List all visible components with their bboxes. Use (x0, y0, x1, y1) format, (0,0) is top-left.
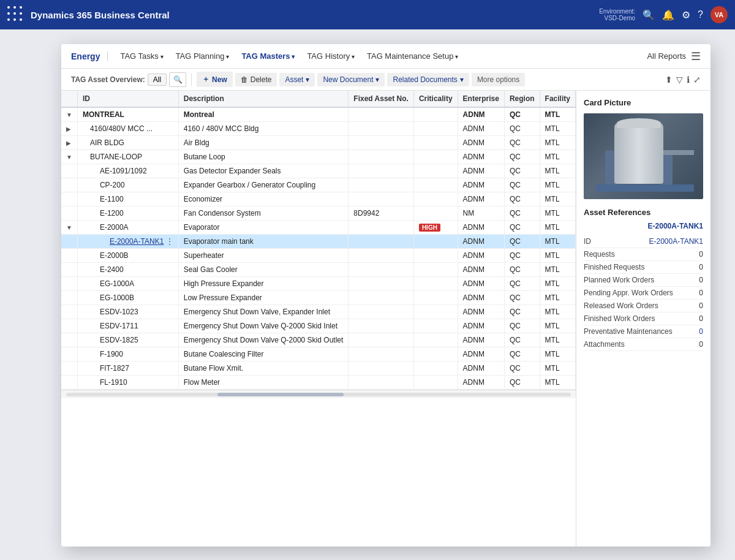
collapse-icon[interactable]: ▼ (66, 112, 72, 118)
nav-all-reports[interactable]: All Reports (647, 51, 686, 61)
user-avatar[interactable]: VA (710, 6, 728, 23)
expand-cell[interactable] (61, 361, 77, 376)
bell-icon[interactable]: 🔔 (662, 9, 674, 21)
table-row[interactable]: E-2400Seal Gas CoolerADNMQCMTL3 (61, 263, 576, 277)
asset-ref-value[interactable]: E-2000A-TANK1 (649, 237, 703, 246)
col-id[interactable]: ID (77, 91, 178, 107)
nav-item-tag-history[interactable]: TAG History (302, 49, 360, 63)
cell-criticality (413, 107, 458, 122)
share-icon[interactable]: ⬆ (665, 75, 673, 85)
expand-cell[interactable] (61, 277, 77, 291)
expand-cell[interactable] (61, 178, 77, 192)
table-row[interactable]: ▼E-2000AEvaporatorHIGHADNMQCMTL4TANK (61, 221, 576, 235)
asset-ref-row[interactable]: IDE-2000A-TANK1 (584, 235, 703, 248)
filter-icon[interactable]: ▽ (676, 75, 683, 85)
cell-description: Evaporator (178, 221, 349, 235)
expand-cell[interactable] (61, 263, 77, 277)
expand-cell[interactable]: ▶ (61, 122, 77, 136)
col-level[interactable]: Level (575, 91, 576, 107)
nav-hamburger-icon[interactable]: ☰ (691, 50, 701, 63)
context-menu-icon[interactable]: ⋮ (166, 237, 173, 246)
table-row[interactable]: ▼BUTANE-LOOPButane LoopADNMQCMTL2 (61, 150, 576, 164)
expand-cell[interactable] (61, 376, 77, 390)
cell-criticality (413, 291, 458, 305)
table-row[interactable]: ESDV-1711Emergency Shut Down Valve Q-200… (61, 319, 576, 333)
table-row[interactable]: EG-1000BLow Pressure ExpanderADNMQCMTL3 (61, 291, 576, 305)
table-row[interactable]: F-1900Butane Coalescing FilterADNMQCMTL3 (61, 347, 576, 361)
expand-cell[interactable] (61, 235, 77, 249)
expand-cell[interactable] (61, 333, 77, 347)
cell-fixed-asset (349, 235, 414, 249)
toolbar-search-button[interactable]: 🔍 (169, 72, 186, 87)
help-icon[interactable]: ? (698, 9, 703, 20)
cell-description: High Pressure Expander (178, 277, 349, 291)
info-icon[interactable]: ℹ (687, 75, 690, 85)
cell-fixed-asset (349, 361, 414, 376)
expand-cell[interactable]: ▼ (61, 150, 77, 164)
filter-dropdown[interactable]: All (148, 74, 167, 86)
cell-description: Superheater (178, 249, 349, 263)
col-description[interactable]: Description (178, 91, 349, 107)
table-row[interactable]: FL-1910Flow MeterADNMQCMTL3 (61, 376, 576, 390)
nav-item-tag-maintenance[interactable]: TAG Maintenance Setup (362, 49, 463, 63)
col-facility[interactable]: Facility (540, 91, 575, 107)
horizontal-scrollbar[interactable] (66, 393, 571, 396)
cell-criticality (413, 192, 458, 206)
table-row[interactable]: EG-1000AHigh Pressure ExpanderADNMQCMTL3 (61, 277, 576, 291)
table-row[interactable]: E-1100EconomizerADNMQCMTL3 (61, 192, 576, 206)
table-row[interactable]: AE-1091/1092Gas Detector Expander SealsA… (61, 164, 576, 178)
cell-region: QC (504, 122, 540, 136)
nav-item-tag-planning[interactable]: TAG Planning (171, 49, 235, 63)
settings-icon[interactable]: ⚙ (682, 9, 690, 21)
expand-icon[interactable]: ▶ (66, 140, 71, 146)
table-row[interactable]: CP-200Expander Gearbox / Generator Coupl… (61, 178, 576, 192)
asset-button[interactable]: Asset ▾ (279, 73, 315, 86)
table-row[interactable]: E-2000A-TANK1 ⋮Evaporator main tankADNMQ… (61, 235, 576, 249)
collapse-icon[interactable]: ▼ (66, 224, 72, 231)
horizontal-scrollbar-thumb[interactable] (217, 393, 344, 396)
nav-item-tag-masters[interactable]: TAG Masters (236, 49, 300, 63)
expand-icon[interactable]: ▶ (66, 126, 71, 132)
table-row[interactable]: ESDV-1023Emergency Shut Down Valve, Expa… (61, 305, 576, 319)
col-region[interactable]: Region (504, 91, 540, 107)
table-row[interactable]: ESDV-1825Emergency Shut Down Valve Q-200… (61, 333, 576, 347)
col-enterprise[interactable]: Enterprise (458, 91, 504, 107)
expand-cell[interactable] (61, 291, 77, 305)
asset-ref-id[interactable]: E-2000A-TANK1 (584, 222, 703, 230)
expand-cell[interactable] (61, 305, 77, 319)
new-button[interactable]: ＋ New (197, 72, 233, 87)
col-fixed-asset[interactable]: Fixed Asset No. (349, 91, 414, 107)
expand-cell[interactable] (61, 319, 77, 333)
nav-item-tag-tasks[interactable]: TAG Tasks (115, 49, 168, 63)
expand-cell[interactable]: ▶ (61, 136, 77, 150)
expand-cell[interactable]: ▼ (61, 221, 77, 235)
new-document-button[interactable]: New Document ▾ (317, 73, 385, 86)
asset-ref-value[interactable]: 0 (699, 327, 703, 336)
expand-icon[interactable]: ⤢ (693, 75, 701, 85)
table-row[interactable]: ▼MONTREALMontrealADNMQCMTL1 (61, 107, 576, 122)
table-row[interactable]: E-1200Fan Condensor System8D9942NMQCMTL3 (61, 206, 576, 221)
table-row[interactable]: FIT-1827Butane Flow Xmit.ADNMQCMTL3 (61, 361, 576, 376)
toolbar: TAG Asset Overview: All 🔍 ＋ New 🗑 Delete… (61, 69, 710, 91)
expand-cell[interactable]: ▼ (61, 107, 77, 122)
table-row[interactable]: ▶AIR BLDGAir BldgADNMQCMTL2 (61, 136, 576, 150)
expand-cell[interactable] (61, 164, 77, 178)
search-icon[interactable]: 🔍 (643, 9, 655, 21)
table-row[interactable]: ▶4160/480V MCC ...4160 / 480V MCC BldgAD… (61, 122, 576, 136)
delete-button[interactable]: 🗑 Delete (235, 73, 277, 86)
related-documents-button[interactable]: Related Documents ▾ (387, 73, 469, 86)
more-options-button[interactable]: More options (472, 73, 525, 86)
cell-enterprise: ADNM (458, 150, 504, 164)
expand-cell[interactable] (61, 347, 77, 361)
app-grid-icon[interactable] (7, 6, 24, 23)
cell-criticality (413, 136, 458, 150)
expand-cell[interactable] (61, 206, 77, 221)
collapse-icon[interactable]: ▼ (66, 154, 72, 161)
asset-ref-label: Pending Appr. Work Orders (584, 289, 673, 297)
table-row[interactable]: E-2000BSuperheaterADNMQCMTL3 (61, 249, 576, 263)
expand-cell[interactable] (61, 249, 77, 263)
id-link[interactable]: E-2000A-TANK1 (110, 237, 164, 246)
nav-brand[interactable]: Energy (71, 51, 108, 61)
expand-cell[interactable] (61, 192, 77, 206)
col-criticality[interactable]: Criticality (413, 91, 458, 107)
